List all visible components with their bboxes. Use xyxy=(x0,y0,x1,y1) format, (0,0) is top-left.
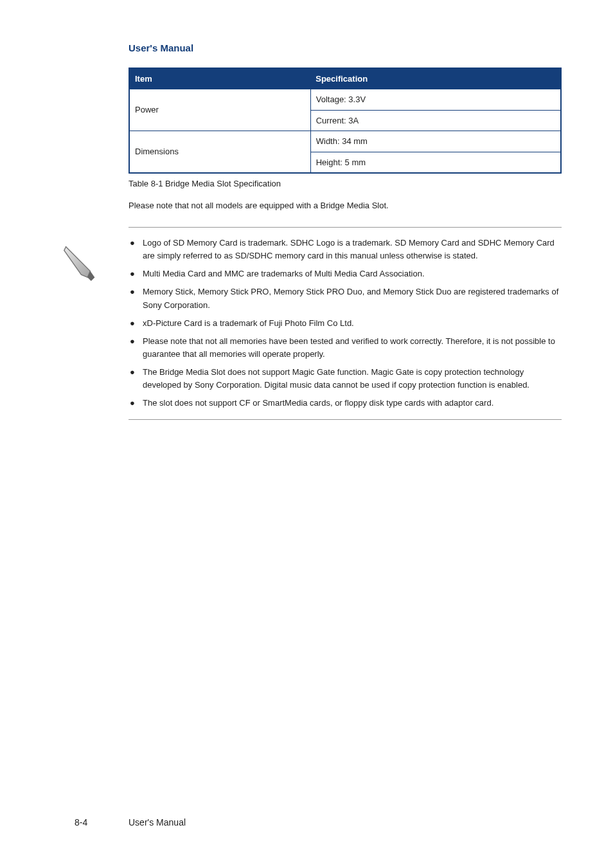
table-row: Power Voltage: 3.3V xyxy=(129,89,561,111)
list-item: ●Multi Media Card and MMC are trademarks… xyxy=(129,265,562,283)
pencil-icon xyxy=(58,240,103,285)
note-text: Memory Stick, Memory Stick PRO, Memory S… xyxy=(143,285,562,311)
table-row: Dimensions Width: 34 mm xyxy=(129,131,561,152)
cell-spec: Width: 34 mm xyxy=(310,131,561,152)
spec-table: Item Specification Power Voltage: 3.3V C… xyxy=(129,68,562,174)
note-text: The slot does not support CF or SmartMed… xyxy=(143,397,493,410)
footer-manual: User's Manual xyxy=(129,816,186,829)
note-list: ●Logo of SD Memory Card is trademark. SD… xyxy=(129,228,562,419)
table-caption: Table 8-1 Bridge Media Slot Specificatio… xyxy=(129,177,562,190)
cell-spec: Voltage: 3.3V xyxy=(310,89,561,111)
list-item: ●Logo of SD Memory Card is trademark. SD… xyxy=(129,234,562,265)
col-spec: Specification xyxy=(310,68,561,89)
note-text: Logo of SD Memory Card is trademark. SDH… xyxy=(143,237,562,262)
note-text: xD-Picture Card is a trademark of Fuji P… xyxy=(143,317,354,330)
table-header-row: Item Specification xyxy=(129,68,561,89)
list-item: ●Please note that not all memories have … xyxy=(129,332,562,363)
list-item: ●The slot does not support CF or SmartMe… xyxy=(129,394,562,412)
cell-spec: Height: 5 mm xyxy=(310,152,561,173)
cell-label: Dimensions xyxy=(129,131,310,174)
note-text: Multi Media Card and MMC are trademarks … xyxy=(143,267,425,280)
page-number: 8-4 xyxy=(75,816,87,829)
note-text: The Bridge Media Slot does not support M… xyxy=(143,366,562,392)
list-item: ●xD-Picture Card is a trademark of Fuji … xyxy=(129,314,562,332)
cell-spec: Current: 3A xyxy=(310,110,561,131)
running-header: User's Manual xyxy=(129,41,562,56)
note-text: Please note that not all memories have b… xyxy=(143,335,562,361)
table-body: Power Voltage: 3.3V Current: 3A Dimensio… xyxy=(129,89,561,174)
cell-label: Power xyxy=(129,89,310,131)
list-item: ●The Bridge Media Slot does not support … xyxy=(129,363,562,394)
col-item: Item xyxy=(129,68,310,89)
page: User's Manual Item Specification Power V… xyxy=(0,0,613,868)
list-item: ●Memory Stick, Memory Stick PRO, Memory … xyxy=(129,283,562,314)
inline-note: Please note that not all models are equi… xyxy=(129,199,562,212)
note-block: ●Logo of SD Memory Card is trademark. SD… xyxy=(129,227,562,420)
